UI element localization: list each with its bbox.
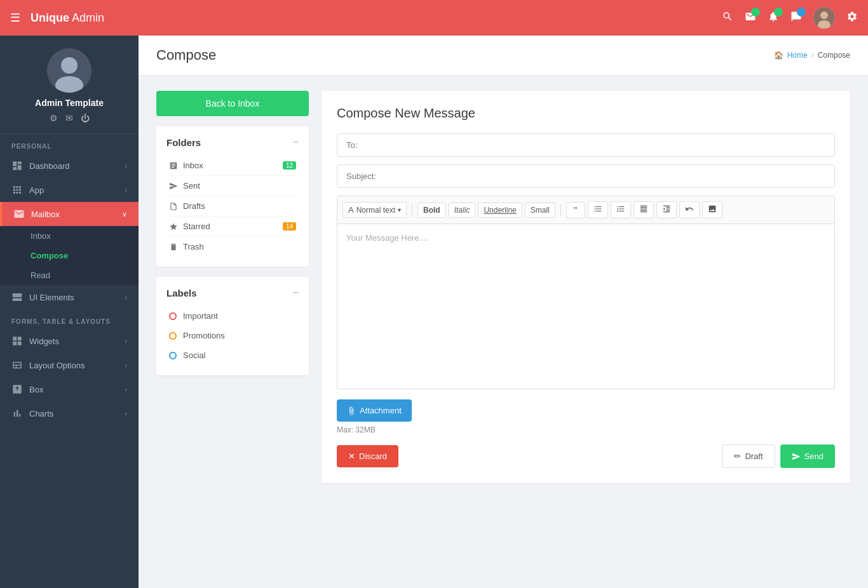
text-format-select[interactable]: A Normal text ▾ (342, 202, 407, 218)
indent-increase-button[interactable] (634, 201, 654, 218)
sidebar-item-dashboard[interactable]: Dashboard › (0, 154, 139, 178)
attachment-button[interactable]: Attachment (337, 399, 412, 422)
sidebar-item-mailbox[interactable]: Mailbox ∨ (0, 202, 139, 226)
draft-label: Draft (745, 451, 763, 461)
sidebar-sub-compose[interactable]: Compose (0, 246, 139, 265)
sidebar-label-app: App (29, 185, 44, 195)
to-field[interactable]: To: (337, 133, 835, 157)
sidebar-label-mailbox: Mailbox (31, 210, 60, 219)
settings-icon[interactable] (846, 11, 858, 25)
page-header: Compose 🏠 Home › Compose (139, 36, 868, 76)
discard-label: Discard (359, 451, 387, 461)
mailbox-submenu: Inbox Compose Read (0, 226, 139, 285)
left-panel: Back to Inbox Folders − Inbox 12 (156, 91, 309, 483)
bell-icon[interactable] (768, 11, 779, 25)
list-ul-button[interactable] (588, 201, 608, 218)
sidebar-item-app[interactable]: App › (0, 178, 139, 202)
search-icon[interactable] (722, 11, 733, 25)
topbar: ☰ Unique Admin (0, 0, 868, 36)
folder-item-trash[interactable]: Trash (166, 237, 299, 257)
breadcrumb-home[interactable]: Home (787, 51, 808, 60)
undo-button[interactable] (679, 201, 700, 218)
profile-settings-icon[interactable]: ⚙ (50, 113, 58, 123)
indent-decrease-button[interactable] (656, 201, 677, 218)
sidebar-item-box[interactable]: Box › (0, 377, 139, 401)
folders-header: Folders − (166, 137, 299, 148)
attachment-note: Max: 32MB (337, 425, 835, 434)
toolbar-divider-1 (412, 204, 412, 217)
folder-inbox-label: Inbox (183, 161, 203, 170)
topbar-left: ☰ Unique Admin (10, 11, 104, 25)
italic-button[interactable]: Italic (449, 203, 476, 218)
label-promotions-text: Promotions (183, 331, 225, 340)
profile-power-icon[interactable]: ⏻ (81, 113, 90, 123)
bold-button[interactable]: Bold (417, 203, 446, 218)
avatar (47, 48, 92, 93)
label-item-social[interactable]: Social (166, 345, 299, 365)
main-content: Compose 🏠 Home › Compose Back to Inbox F… (139, 36, 868, 588)
profile-mail-icon[interactable]: ✉ (65, 113, 73, 123)
chevron-icon: › (125, 361, 127, 369)
compose-title: Compose New Message (337, 106, 835, 121)
avatar[interactable] (813, 7, 835, 29)
chevron-icon: › (125, 337, 127, 345)
sidebar-sub-inbox[interactable]: Inbox (0, 226, 139, 246)
topbar-right (722, 7, 858, 29)
folder-item-starred[interactable]: Starred 14 (166, 217, 299, 237)
back-to-inbox-button[interactable]: Back to Inbox (156, 91, 309, 116)
chevron-icon: › (125, 162, 127, 170)
compose-actions: ✕ Discard ✏ Draft Send (337, 444, 835, 468)
brand-title: Unique Admin (31, 11, 104, 25)
folder-item-drafts[interactable]: Drafts (166, 196, 299, 217)
sidebar-item-ui-elements[interactable]: UI Elements › (0, 285, 139, 309)
labels-collapse-btn[interactable]: − (293, 287, 299, 298)
list-ol-button[interactable] (611, 201, 631, 218)
folder-item-sent[interactable]: Sent (166, 176, 299, 196)
font-icon: A (348, 205, 354, 215)
breadcrumb-home-icon: 🏠 (774, 51, 783, 60)
chevron-icon: › (125, 186, 127, 194)
sidebar: Admin Template ⚙ ✉ ⏻ PERSONAL Dashboard … (0, 36, 139, 588)
folders-collapse-btn[interactable]: − (293, 137, 299, 148)
label-item-important[interactable]: Important (166, 306, 299, 326)
chevron-down-icon: ∨ (122, 210, 127, 218)
sidebar-item-charts[interactable]: Charts › (0, 401, 139, 425)
folder-item-inbox[interactable]: Inbox 12 (166, 156, 299, 176)
personal-label: PERSONAL (0, 134, 139, 154)
discard-button[interactable]: ✕ Discard (337, 445, 398, 467)
sidebar-item-layout[interactable]: Layout Options › (0, 353, 139, 377)
underline-button[interactable]: Underline (478, 203, 522, 218)
text-format-label: Normal text (356, 206, 395, 215)
label-item-promotions[interactable]: Promotions (166, 326, 299, 345)
folder-starred-label: Starred (183, 222, 210, 231)
sidebar-sub-read[interactable]: Read (0, 265, 139, 285)
svg-point-4 (61, 57, 78, 74)
small-button[interactable]: Small (525, 203, 555, 218)
sidebar-label-dashboard: Dashboard (29, 161, 70, 171)
chat-icon[interactable] (790, 11, 802, 25)
send-button[interactable]: Send (780, 444, 835, 468)
send-label: Send (804, 451, 824, 461)
blockquote-button[interactable]: " (566, 202, 585, 218)
sidebar-label-ui: UI Elements (29, 293, 74, 302)
message-body[interactable]: Your Message Here.... (337, 224, 835, 389)
labels-title: Labels (166, 288, 197, 298)
label-dot-yellow (169, 332, 177, 340)
breadcrumb-current: Compose (818, 51, 850, 60)
dropdown-icon: ▾ (398, 206, 401, 213)
attachment-btn-label: Attachment (360, 406, 402, 415)
folder-drafts-label: Drafts (183, 201, 205, 211)
draft-button[interactable]: ✏ Draft (722, 444, 775, 468)
subject-field[interactable]: Subject: (337, 164, 835, 188)
chevron-icon: › (125, 293, 127, 301)
menu-icon[interactable]: ☰ (10, 11, 20, 25)
compose-toolbar: A Normal text ▾ Bold Italic Underline Sm… (337, 196, 835, 224)
sidebar-item-widgets[interactable]: Widgets › (0, 329, 139, 353)
label-social-text: Social (183, 351, 205, 360)
profile-icons: ⚙ ✉ ⏻ (50, 113, 90, 123)
sidebar-label-widgets: Widgets (29, 337, 59, 346)
mail-icon[interactable] (745, 11, 756, 25)
folder-sent-label: Sent (183, 181, 200, 190)
folder-trash-label: Trash (183, 242, 204, 251)
image-button[interactable] (702, 201, 722, 218)
